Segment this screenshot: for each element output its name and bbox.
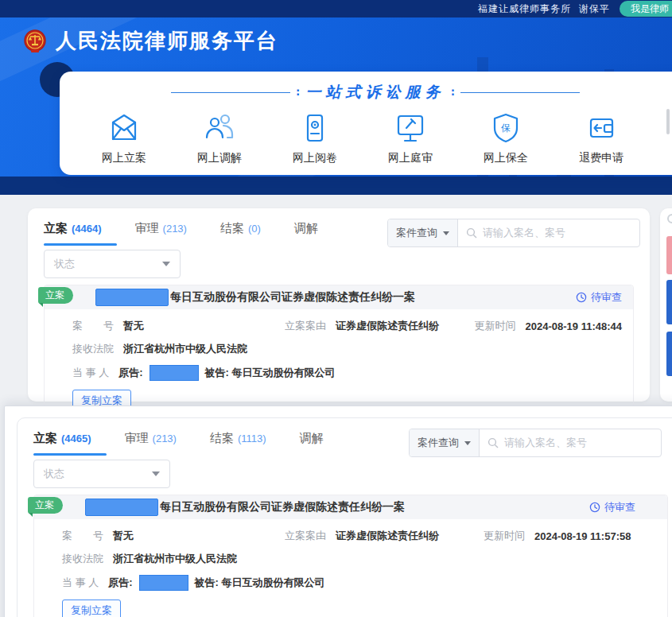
redacted-text (150, 365, 199, 381)
court-value: 浙江省杭州市中级人民法院 (113, 552, 237, 566)
tab-shenli[interactable]: 审理(213) (135, 221, 187, 236)
party-label: 当 事 人 (72, 366, 109, 380)
user-name: 谢保平 (579, 2, 610, 16)
case-no-value: 暂无 (113, 529, 134, 543)
service-online-file-review[interactable]: 网上阅卷 (286, 112, 344, 165)
tab-count: (213) (153, 433, 177, 444)
tab-count: (4464) (72, 223, 102, 235)
court-emblem-logo (22, 29, 48, 54)
case-item: 立案 每日互动股份有限公司证券虚假陈述责任纠纷一案 待审查 案 号暂无 立案案由… (33, 495, 668, 617)
tab-tiaojie[interactable]: 调解 (294, 221, 318, 236)
tab-tiaojie[interactable]: 调解 (300, 431, 324, 446)
fragment-pink-item[interactable] (666, 236, 672, 274)
case-status: 待审查 (589, 500, 635, 514)
account-info: 福建让威律师事务所 谢保平 (478, 2, 610, 16)
cause-value: 证券虚假陈述责任纠纷 (336, 319, 439, 333)
service-label: 网上庭审 (388, 151, 433, 165)
tab-lian[interactable]: 立案(4465) (33, 431, 91, 446)
service-label: 网上阅卷 (293, 151, 337, 165)
fragment-blue-item[interactable] (666, 332, 672, 376)
people-icon (204, 112, 235, 144)
case-list-card-1: 立案(4464) 审理(213) 结案(0) 调解 案件查询 请输入案名、案号 … (28, 208, 650, 402)
tab-count: (4465) (61, 433, 91, 444)
case-details: 案 号暂无 立案案由证券虚假陈述责任纠纷 更新时间2024-08-19 11:5… (34, 519, 667, 617)
chevron-down-icon (464, 441, 471, 445)
cause-value: 证券虚假陈述责任纠纷 (336, 529, 439, 543)
service-online-trial[interactable]: 网上庭审 (381, 112, 440, 165)
service-online-mediation[interactable]: 网上调解 (190, 112, 249, 165)
case-header: 每日互动股份有限公司证券虚假陈述责任纠纷一案 待审查 (45, 285, 633, 309)
defendant-value: 被告: 每日互动股份有限公司 (195, 576, 325, 590)
banner-title-row: ∶ 一站式诉讼服务 ∶ (60, 82, 672, 103)
service-refund-request[interactable]: 退费申请 (572, 112, 631, 165)
banner-title: 一站式诉讼服务 (306, 82, 445, 103)
search-input[interactable]: 请输入案名、案号 (458, 219, 639, 246)
tab-lian[interactable]: 立案(4464) (44, 221, 102, 236)
case-search-group: 案件查询 请输入案名、案号 (409, 429, 662, 457)
case-title[interactable]: 每日互动股份有限公司证券虚假陈述责任纠纷一案 (160, 500, 405, 514)
tab-jiean[interactable]: 结案(1113) (210, 431, 266, 446)
clock-icon (576, 292, 587, 303)
redacted-text (85, 499, 158, 516)
search-placeholder: 请输入案名、案号 (483, 226, 565, 240)
search-input[interactable]: 请输入案名、案号 (480, 429, 661, 456)
copy-filing-button[interactable]: 复制立案 (62, 600, 121, 617)
chevron-down-icon (443, 231, 449, 235)
plaintiff-label: 原告: (108, 576, 132, 590)
updated-label: 更新时间 (484, 529, 525, 543)
one-stop-service-card: ∶ 一站式诉讼服务 ∶ 网上立案 网上调解 (60, 72, 672, 175)
service-label: 退费申请 (579, 151, 623, 165)
status-filter-select[interactable]: 状态 (44, 250, 181, 278)
overlay-window: 立案(4465) 审理(213) 结案(1113) 调解 案件查询 (4, 406, 672, 617)
document-eye-icon (299, 112, 331, 144)
law-firm-name: 福建让威律师事务所 (478, 2, 571, 16)
topbar: 福建让威律师事务所 谢保平 我是律师 (0, 0, 672, 17)
svg-text:保: 保 (501, 122, 511, 134)
service-label: 网上立案 (102, 151, 146, 165)
service-label: 网上保全 (484, 151, 528, 165)
status-label: 待审查 (604, 500, 635, 514)
case-no-label: 案 号 (72, 319, 114, 333)
search-type-dropdown[interactable]: 案件查询 (410, 429, 480, 456)
case-header: 每日互动股份有限公司证券虚假陈述责任纠纷一案 待审查 (34, 495, 667, 519)
tab-jiean[interactable]: 结案(0) (220, 221, 261, 236)
tab-shenli[interactable]: 审理(213) (125, 431, 177, 446)
court-label: 接收法院 (62, 552, 103, 566)
mail-icon (108, 112, 140, 144)
shield-icon: 保 (490, 112, 522, 144)
active-tab-underline (44, 243, 117, 246)
divider-line (171, 92, 290, 93)
plaintiff-label: 原告: (118, 366, 142, 380)
case-no-label: 案 号 (62, 529, 103, 543)
cause-label: 立案案由 (285, 319, 326, 333)
service-online-filing[interactable]: 网上立案 (95, 112, 153, 165)
case-item: 立案 每日互动股份有限公司证券虚假陈述责任纠纷一案 待审查 案 号暂无 立案案由… (44, 285, 634, 419)
court-value: 浙江省杭州市中级人民法院 (123, 342, 247, 356)
court-label: 接收法院 (72, 342, 114, 356)
fragment-blue-item[interactable] (666, 280, 672, 324)
decorative-mark: ∶ (452, 87, 455, 99)
case-status: 待审查 (576, 290, 622, 305)
updated-label: 更新时间 (475, 319, 516, 333)
party-label: 当 事 人 (62, 576, 99, 590)
status-label: 待审查 (591, 290, 622, 305)
i-am-lawyer-button[interactable]: 我是律师 (620, 1, 672, 17)
chevron-down-icon (162, 262, 170, 266)
tab-count: (213) (163, 223, 187, 235)
monitor-gavel-icon (394, 112, 426, 144)
cause-label: 立案案由 (285, 529, 326, 543)
service-online-preservation[interactable]: 保 网上保全 (476, 112, 535, 165)
search-icon (487, 437, 499, 448)
active-tab-underline (33, 453, 107, 456)
search-icon (466, 227, 477, 239)
case-title[interactable]: 每日互动股份有限公司证券虚假陈述责任纠纷一案 (170, 290, 415, 305)
search-type-dropdown[interactable]: 案件查询 (388, 219, 458, 246)
redacted-text (95, 289, 169, 306)
updated-value: 2024-08-19 11:48:44 (526, 320, 622, 332)
scrollbar-thumb[interactable] (666, 109, 670, 134)
wallet-refund-icon (585, 112, 617, 144)
circle-icon (667, 214, 672, 223)
hero-banner: 人民法院律师服务平台 ∶ 一站式诉讼服务 ∶ 网上立案 (0, 17, 672, 195)
status-filter-select[interactable]: 状态 (33, 460, 170, 488)
site-title: 人民法院律师服务平台 (56, 27, 278, 55)
